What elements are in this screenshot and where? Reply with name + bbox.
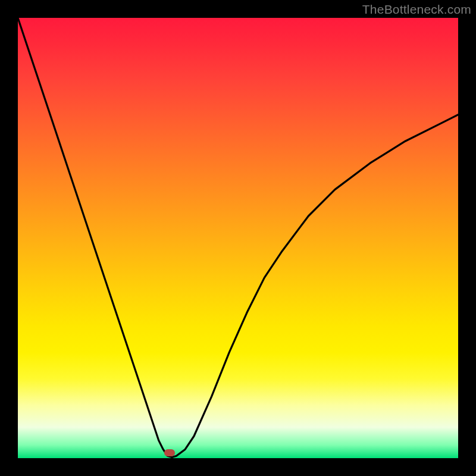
- chart-frame: TheBottleneck.com: [0, 0, 476, 476]
- plot-area: [18, 18, 458, 458]
- curve-line: [18, 18, 458, 458]
- bottleneck-marker: [164, 449, 175, 456]
- watermark-text: TheBottleneck.com: [362, 2, 471, 17]
